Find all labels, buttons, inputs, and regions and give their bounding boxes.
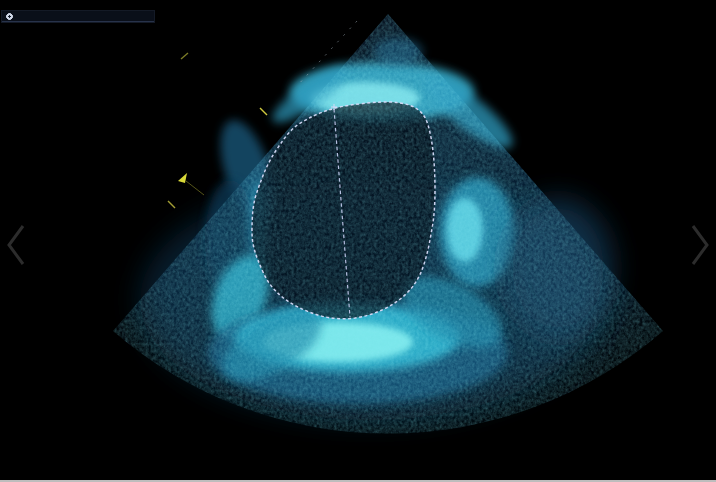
measurements-panel (2, 11, 154, 22)
next-image-chevron[interactable] (693, 226, 707, 264)
depth-tick-10 (260, 108, 267, 115)
ecg-cursor-marker[interactable] (517, 447, 523, 453)
ultrasound-display[interactable] (0, 0, 716, 482)
depth-tick-20 (168, 201, 175, 208)
caliper-tick (181, 53, 188, 59)
echo-machine-screen (0, 0, 716, 482)
prev-image-chevron[interactable] (9, 226, 23, 264)
caliper-marker[interactable] (178, 173, 187, 183)
measurements-panel-header (2, 11, 154, 22)
gain-colorbar (690, 34, 706, 163)
echo-fan (0, 0, 716, 460)
caliper-line (186, 181, 204, 195)
collapse-panel-icon[interactable] (6, 13, 13, 20)
